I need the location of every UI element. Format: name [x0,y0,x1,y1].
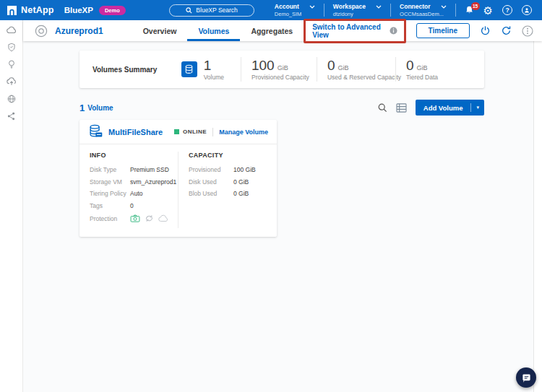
table-view-icon [396,103,407,113]
header-divider [455,4,456,17]
health-shield-icon [7,43,16,52]
volume-name[interactable]: MultiFileShare [108,128,163,136]
summary-title: Volumes Summary [93,66,181,74]
kv-label: Tiering Policy [90,190,130,197]
tab-volumes[interactable]: Volumes [187,20,240,41]
volume-list-count: 1 [79,103,85,113]
provisioned-capacity-metric: 100 GiB Provisioned Capacity [241,58,317,81]
volume-capacity-section: CAPACITY Provisioned 100 GiB Disk Used 0… [178,152,277,228]
switch-to-advanced-view-annotation[interactable]: Switch to Advanced View [304,19,405,43]
power-button[interactable] [480,25,491,36]
capacity-row-blob-used: Blob Used 0 GiB [189,190,277,197]
metric-value: 100 [251,58,275,72]
top-header: NetApp BlueXP Demo BlueXP Search Account… [0,0,542,20]
notifications-button[interactable]: 15 [465,5,474,15]
tiered-data-metric: 0 GiB Tiered Data [396,58,471,81]
header-action-icons: 15 ⚙ ? [465,5,535,16]
demo-badge: Demo [99,6,126,15]
search-icon [378,103,387,113]
chevron-down-icon[interactable]: ▾ [471,105,484,110]
kv-value: 0 GiB [233,178,249,186]
info-section-title: INFO [90,152,178,159]
workspace-value: dtzidony [333,11,382,17]
search-volumes-button[interactable] [378,103,387,113]
connector-label: Connector [400,3,431,10]
snapshot-camera-icon [130,214,140,222]
chevron-down-icon [376,5,382,9]
share-icon [7,112,15,121]
info-icon [390,27,397,35]
switch-to-advanced-view-link[interactable]: Switch to Advanced View [312,23,384,39]
metric-label: Tiered Data [406,74,471,81]
add-volume-label: Add Volume [416,104,471,112]
environment-tabs: Overview Volumes Aggregates [132,20,304,41]
volume-list-toolbar: 1 Volume [79,100,484,116]
info-row-disk-type: Disk Type Premium SSD [90,166,178,173]
chat-icon [522,373,531,383]
kv-label: Blob Used [189,190,233,197]
workspace-selector[interactable]: Workspace dtzidony [324,3,390,17]
search-icon [186,7,192,14]
sidebar-item-storage[interactable] [3,21,20,38]
online-status-icon [174,129,179,134]
scrollbar-track[interactable] [533,41,542,392]
gear-icon: ⚙ [483,5,493,16]
bluexp-search-button[interactable]: BlueXP Search [169,4,254,17]
chevron-down-icon [441,5,447,9]
chat-widget-button[interactable] [516,367,536,388]
tab-overview[interactable]: Overview [132,20,188,41]
governance-bulb-icon [8,60,15,69]
header-context-groups: Account Demo_SIM Workspace dtzidony Conn… [266,3,456,17]
help-button[interactable]: ? [502,5,512,15]
metric-unit: GiB [278,64,288,71]
kv-value: 0 [130,202,134,209]
storage-icon [7,26,17,34]
user-menu-button[interactable] [522,5,532,15]
volume-card-header: MultiFileShare ONLINE Manage Volume [79,120,277,144]
kv-value: svm_Azureprod1 [130,178,176,186]
main-area: Azureprod1 Overview Volumes Aggregates S… [23,20,542,392]
tab-aggregates[interactable]: Aggregates [240,20,304,41]
manage-volume-link[interactable]: Manage Volume [219,129,268,136]
timeline-button[interactable]: Timeline [416,23,470,38]
volume-info-section: INFO Disk Type Premium SSD Storage VM sv… [79,152,178,228]
kv-label: Disk Type [90,166,130,173]
volume-card-multifileshare: MultiFileShare ONLINE Manage Volume INFO [79,120,277,237]
metric-label: Provisioned Capacity [251,74,317,81]
metric-label: Used & Reserved Capacity [327,74,395,81]
info-row-protection: Protection [90,214,178,223]
account-label: Account [275,3,299,10]
volume-summary-icon [181,61,197,77]
kv-label: Storage VM [90,178,130,186]
sidebar-item-mobility[interactable] [3,73,20,90]
account-selector[interactable]: Account Demo_SIM [266,3,324,17]
kv-value: 0 GiB [233,190,249,197]
search-label: BlueXP Search [196,6,238,14]
sidebar-item-governance[interactable] [3,56,20,73]
kv-value: 100 GiB [233,166,256,173]
environment-header: Azureprod1 Overview Volumes Aggregates S… [23,20,542,41]
capacity-row-provisioned: Provisioned 100 GiB [189,166,277,173]
bluexp-app: NetApp BlueXP Demo BlueXP Search Account… [0,0,542,392]
connector-selector[interactable]: Connector OCCMsaasDem... [391,3,455,17]
kv-value: Premium SSD [130,166,169,173]
table-view-toggle-button[interactable] [396,103,407,113]
kebab-menu-icon [522,25,533,37]
summary-volume-count: 1 [204,58,224,72]
more-options-button[interactable] [522,25,533,37]
sidebar-item-share[interactable] [3,108,20,125]
volume-icon [88,124,103,139]
add-volume-button[interactable]: Add Volume ▾ [416,100,484,116]
working-environment-icon [35,25,48,38]
metric-unit: GiB [338,64,349,71]
environment-actions: Switch to Advanced View Timeline [304,19,533,43]
sidebar-item-extensions[interactable] [3,90,20,108]
settings-button[interactable]: ⚙ [483,5,493,16]
volume-list-count-label: Volume [87,104,113,112]
info-row-tags: Tags 0 [90,202,178,209]
connector-value: OCCMsaasDem... [400,11,447,17]
sidebar-item-health[interactable] [3,38,20,56]
notification-count-badge: 15 [471,2,480,10]
brand-name: NetApp [21,5,54,15]
refresh-button[interactable] [501,25,512,36]
